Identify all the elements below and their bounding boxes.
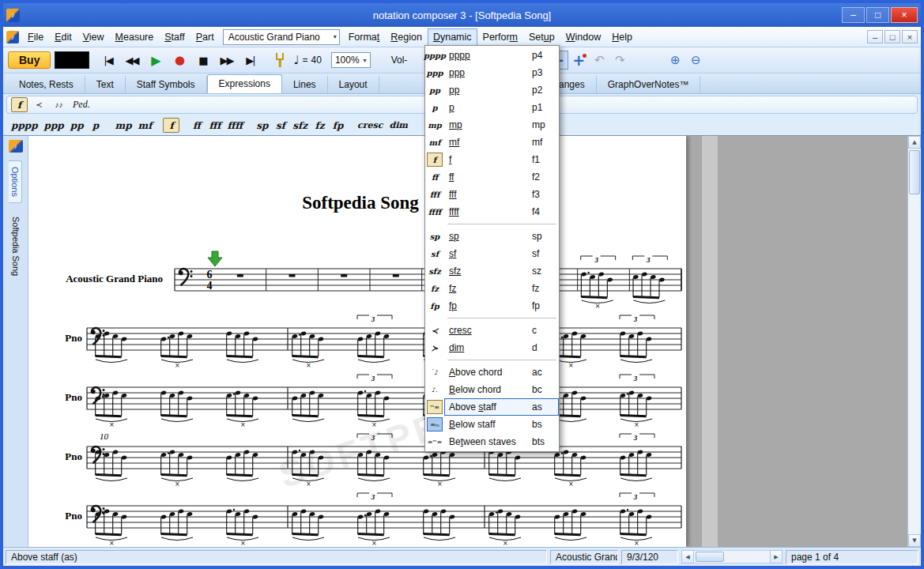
menu-item-above-chord[interactable]: ˙♪ Above chord ac (425, 364, 559, 381)
tuning-fork-icon[interactable] (274, 53, 285, 68)
menu-region[interactable]: Region (385, 28, 428, 46)
fz-button[interactable]: fz (311, 118, 328, 133)
menu-part[interactable]: Part (190, 28, 220, 46)
menu-item-sp[interactable]: sp sp sp (425, 228, 559, 245)
scroll-down-button[interactable]: ▼ (908, 534, 921, 547)
menu-perform[interactable]: Perform (477, 28, 523, 46)
menu-item-ffff[interactable]: ffff ffff f4 (425, 203, 559, 220)
menu-item-p[interactable]: p p p1 (425, 99, 559, 116)
score-page[interactable]: SOFTPEDIASoftpedia SongAcoustic Grand Pi… (28, 136, 686, 547)
rewind-button[interactable]: ◀◀ (119, 51, 143, 70)
menu-item-pppp[interactable]: pppp pppp p4 (425, 47, 559, 64)
tab-lines[interactable]: Lines (282, 76, 328, 93)
zoom-select[interactable]: 100% ▾ (331, 52, 371, 68)
sidebar-tab-options[interactable]: Options (9, 160, 22, 203)
sidebar-tab-softpedia-song[interactable]: Softpedia Song (9, 211, 22, 281)
menu-edit[interactable]: Edit (49, 28, 77, 46)
menu-item-ppp[interactable]: ppp ppp p3 (425, 64, 559, 81)
ffff-button[interactable]: ffff (224, 118, 245, 133)
sf-button[interactable]: sf (272, 118, 289, 133)
mf-button[interactable]: mf (136, 118, 155, 133)
menu-item-cresc[interactable]: ≺ cresc c (425, 322, 559, 339)
pedal-button[interactable]: Ped. (70, 97, 92, 112)
fast-forward-button[interactable]: ▶▶ (214, 51, 238, 70)
tab-expressions[interactable]: Expressions (207, 74, 282, 93)
f-button[interactable]: f (163, 118, 179, 133)
tab-text[interactable]: Text (85, 76, 126, 93)
child-close-button[interactable]: × (902, 30, 918, 43)
scroll-left-button[interactable]: ◀ (681, 550, 694, 563)
menu-item-mp[interactable]: mp mp mp (425, 116, 559, 134)
mp-button[interactable]: mp (113, 118, 134, 133)
menu-dynamic[interactable]: Dynamic (428, 28, 477, 46)
menu-item-above-staff[interactable]: ᵐ≡ Above staff as (425, 398, 559, 416)
tab-graphovernotes[interactable]: GraphOverNotes™ (597, 76, 701, 93)
grace-notes-button[interactable]: ♪♪ (51, 97, 67, 112)
dim-button[interactable]: dim (387, 118, 410, 133)
zoom-out-button[interactable]: ⊖ (685, 51, 706, 70)
tab-staff-symbols[interactable]: Staff Symbols (126, 76, 207, 93)
scroll-thumb[interactable] (696, 552, 724, 562)
scroll-up-button[interactable]: ▲ (908, 136, 921, 149)
menu-setup[interactable]: Setup (523, 28, 560, 46)
menu-measure[interactable]: Measure (110, 28, 160, 46)
menu-separator[interactable] (425, 220, 559, 228)
scroll-thumb[interactable] (909, 150, 920, 194)
menu-item-mf[interactable]: mf mf mf (425, 134, 559, 151)
menu-help[interactable]: Help (606, 28, 638, 46)
menu-item-fff[interactable]: fff fff f3 (425, 186, 559, 203)
fp-button[interactable]: fp (330, 118, 346, 133)
zoom-in-button[interactable]: ⊕ (665, 51, 685, 70)
scroll-right-button[interactable]: ▶ (770, 550, 783, 563)
undo-button[interactable]: ↶ (589, 51, 609, 70)
record-button[interactable]: ● (167, 51, 190, 70)
menu-staff[interactable]: Staff (159, 28, 190, 46)
document-tab-icon[interactable]: ♪ (9, 140, 23, 153)
menu-item-dim[interactable]: ≻ dim d (425, 339, 559, 356)
tab-notes-rests[interactable]: Notes, Rests (8, 76, 85, 93)
horizontal-scrollbar[interactable]: ◀ ▶ (681, 550, 783, 563)
menu-item-below-chord[interactable]: ♪. Below chord bc (425, 381, 559, 398)
ppp-button[interactable]: ppp (42, 118, 66, 133)
menu-format[interactable]: Format (343, 28, 386, 46)
cresc-button[interactable]: cresc (355, 118, 385, 133)
ff-button[interactable]: ff (188, 118, 205, 133)
menu-window[interactable]: Window (560, 28, 606, 46)
redo-button[interactable]: ↷ (609, 51, 630, 70)
add-note-button[interactable]: + (568, 51, 589, 70)
window-close-button[interactable]: × (891, 7, 918, 23)
go-to-start-button[interactable]: |◀ (96, 51, 119, 70)
part-selector[interactable]: Acoustic Grand Piano ▾ (223, 29, 340, 45)
go-to-end-button[interactable]: ▶| (238, 51, 262, 70)
menu-file[interactable]: File (22, 28, 49, 46)
menu-item-fp[interactable]: fp fp fp (425, 297, 559, 315)
menu-item-pp[interactable]: pp pp p2 (425, 81, 559, 99)
stop-button[interactable]: ■ (190, 51, 214, 70)
color-swatch[interactable] (55, 51, 89, 69)
window-maximize-button[interactable]: □ (866, 7, 889, 23)
forte-tool-button[interactable]: f (11, 97, 28, 112)
play-button[interactable]: ▶ (143, 51, 167, 70)
p-button[interactable]: p (88, 118, 104, 133)
crescendo-hairpin-button[interactable]: ≺ (31, 97, 47, 112)
menu-item-below-staff[interactable]: ≡ₘ Below staff bs (425, 416, 559, 433)
menu-item-sfz[interactable]: sfz sfz sz (425, 262, 559, 280)
menu-item-f[interactable]: f f f1 (425, 151, 559, 168)
menu-separator[interactable] (425, 315, 559, 322)
pppp-button[interactable]: pppp (9, 118, 40, 133)
sp-button[interactable]: sp (254, 118, 270, 133)
child-minimize-button[interactable]: – (867, 30, 883, 43)
menu-item-fz[interactable]: fz fz fz (425, 280, 559, 297)
menu-view[interactable]: View (77, 28, 110, 46)
menu-item-between-staves[interactable]: ≡ᵐ≡ Between staves bts (425, 433, 559, 450)
menu-item-ff[interactable]: ff ff f2 (425, 168, 559, 186)
tab-layout[interactable]: Layout (328, 76, 379, 93)
window-minimize-button[interactable]: – (842, 7, 865, 23)
pp-button[interactable]: pp (68, 118, 86, 133)
tempo-control[interactable]: ♩ = 40 (293, 53, 321, 67)
child-restore-button[interactable]: □ (884, 30, 900, 43)
fff-button[interactable]: fff (206, 118, 223, 133)
menu-item-sf[interactable]: sf sf sf (425, 245, 559, 262)
menu-separator[interactable] (425, 356, 559, 364)
buy-button[interactable]: Buy (8, 51, 51, 69)
